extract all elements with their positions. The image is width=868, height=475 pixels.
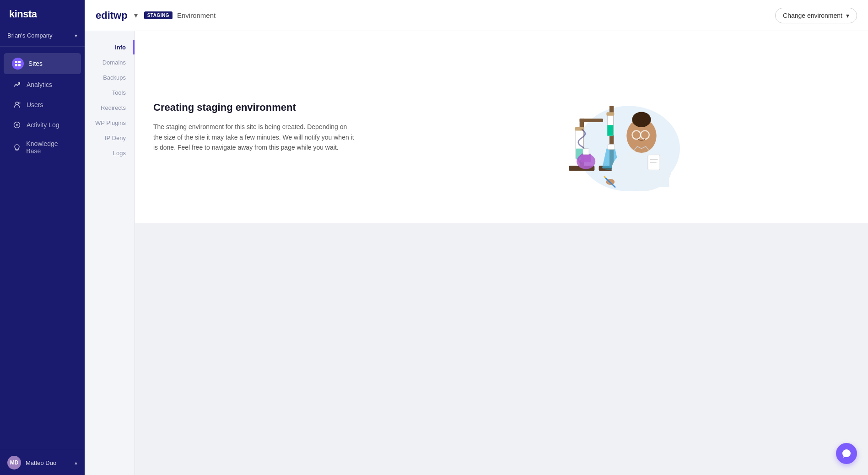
top-header: editwp ▾ STAGING Environment Change envi… bbox=[85, 0, 868, 31]
sidebar-item-activity-log[interactable]: Activity Log bbox=[4, 115, 81, 135]
sidebar-nav: Sites Analytics Users bbox=[0, 47, 85, 450]
user-avatar: MD bbox=[7, 456, 21, 470]
site-dropdown-icon: ▾ bbox=[134, 11, 138, 19]
sub-nav-item-info[interactable]: Info bbox=[85, 40, 135, 54]
company-name: Brian's Company bbox=[7, 32, 53, 39]
chat-icon bbox=[841, 448, 852, 459]
sub-nav-item-wp-plugins[interactable]: WP Plugins bbox=[85, 116, 135, 130]
site-dropdown-button[interactable]: ▾ bbox=[132, 9, 140, 22]
svg-rect-1 bbox=[18, 61, 21, 63]
sidebar: kinsta Brian's Company ▾ Sites bbox=[0, 0, 85, 475]
chevron-down-icon: ▾ bbox=[75, 32, 77, 39]
svg-point-5 bbox=[18, 102, 20, 104]
main-content: editwp ▾ STAGING Environment Change envi… bbox=[85, 0, 868, 475]
sub-nav-item-redirects[interactable]: Redirects bbox=[85, 101, 135, 115]
page-content: Creating staging environment The staging… bbox=[135, 31, 868, 475]
staging-badge: STAGING bbox=[144, 11, 173, 19]
svg-rect-19 bbox=[607, 125, 613, 135]
sidebar-item-users[interactable]: Users bbox=[4, 95, 81, 114]
analytics-icon bbox=[12, 80, 22, 90]
svg-point-4 bbox=[16, 102, 18, 105]
sub-nav-item-tools[interactable]: Tools bbox=[85, 86, 135, 100]
sub-nav-item-domains[interactable]: Domains bbox=[85, 55, 135, 70]
svg-rect-12 bbox=[580, 119, 603, 122]
sidebar-item-knowledge-base-label: Knowledge Base bbox=[26, 140, 73, 155]
env-label: Environment bbox=[177, 11, 216, 19]
illustration-area bbox=[382, 59, 850, 196]
sidebar-item-knowledge-base[interactable]: Knowledge Base bbox=[4, 135, 81, 159]
svg-line-29 bbox=[604, 176, 605, 178]
sidebar-item-sites-label: Sites bbox=[28, 60, 43, 67]
chat-button[interactable] bbox=[836, 443, 857, 464]
sub-nav-item-ip-deny[interactable]: IP Deny bbox=[85, 131, 135, 145]
chevron-up-icon: ▴ bbox=[75, 459, 77, 466]
sidebar-item-users-label: Users bbox=[27, 101, 43, 108]
sidebar-logo: kinsta bbox=[0, 0, 85, 28]
change-env-chevron-icon: ▾ bbox=[846, 12, 849, 19]
svg-rect-20 bbox=[606, 112, 614, 115]
svg-point-32 bbox=[637, 113, 646, 122]
staging-title: Creating staging environment bbox=[153, 102, 355, 113]
sub-nav-item-logs[interactable]: Logs bbox=[85, 146, 135, 160]
sidebar-item-sites[interactable]: Sites bbox=[4, 53, 81, 74]
sidebar-item-analytics[interactable]: Analytics bbox=[4, 75, 81, 94]
staging-description: The staging environment for this site is… bbox=[153, 122, 355, 152]
knowledge-base-icon bbox=[12, 142, 22, 152]
activity-log-icon bbox=[12, 120, 22, 130]
svg-rect-24 bbox=[608, 144, 615, 149]
content-area: Info Domains Backups Tools Redirects WP … bbox=[85, 31, 868, 475]
user-name: Matteo Duo bbox=[26, 459, 56, 466]
sub-nav-item-backups[interactable]: Backups bbox=[85, 70, 135, 85]
user-initials: MD bbox=[10, 459, 19, 466]
change-environment-button[interactable]: Change environment ▾ bbox=[775, 8, 857, 23]
sidebar-footer[interactable]: MD Matteo Duo ▴ bbox=[0, 450, 85, 475]
svg-rect-2 bbox=[15, 64, 17, 66]
sub-nav: Info Domains Backups Tools Redirects WP … bbox=[85, 31, 135, 475]
change-env-label: Change environment bbox=[783, 12, 842, 19]
svg-rect-0 bbox=[15, 61, 17, 63]
sidebar-item-analytics-label: Analytics bbox=[27, 81, 52, 88]
scientist-illustration bbox=[543, 63, 689, 191]
sites-icon bbox=[12, 58, 24, 70]
users-icon bbox=[12, 100, 22, 110]
logo-text: kinsta bbox=[9, 8, 37, 20]
svg-rect-23 bbox=[583, 149, 589, 155]
sidebar-item-activity-log-label: Activity Log bbox=[27, 121, 59, 129]
company-selector[interactable]: Brian's Company ▾ bbox=[0, 28, 85, 47]
svg-rect-22 bbox=[581, 154, 591, 162]
info-panel: Creating staging environment The staging… bbox=[135, 31, 868, 223]
site-title-area: editwp ▾ STAGING Environment bbox=[96, 9, 216, 22]
site-name: editwp bbox=[96, 10, 128, 22]
svg-rect-3 bbox=[18, 64, 21, 66]
svg-point-7 bbox=[16, 124, 18, 126]
staging-info: Creating staging environment The staging… bbox=[153, 102, 355, 152]
user-info: MD Matteo Duo bbox=[7, 456, 56, 470]
